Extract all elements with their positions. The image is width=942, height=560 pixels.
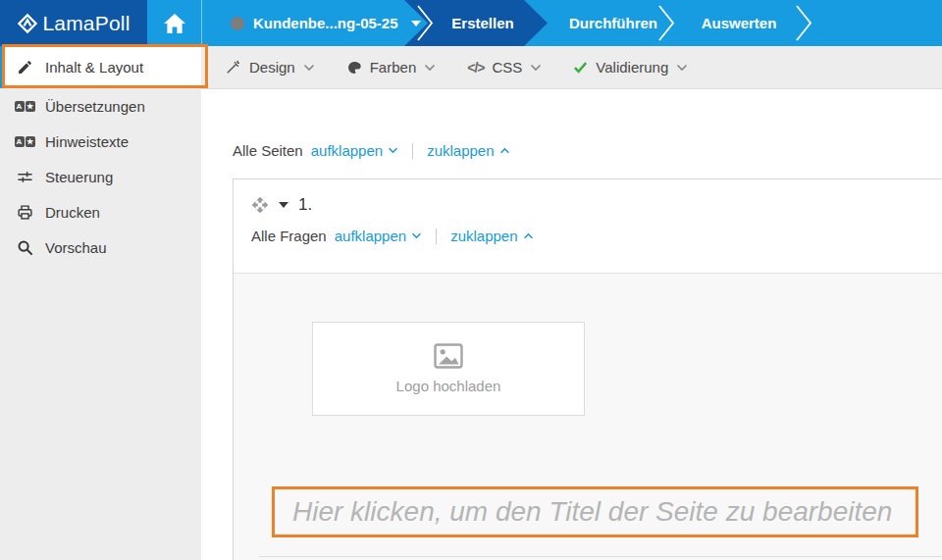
translate-icon: A★ bbox=[15, 136, 34, 147]
sidebar-item-label: Hinweistexte bbox=[45, 133, 129, 150]
tab-erstellen-label: Erstellen bbox=[451, 15, 513, 31]
toolbar-item-design[interactable]: Design bbox=[225, 59, 315, 76]
app-window: LamaPoll Kundenbe...ng-05-25 Erstellen D… bbox=[0, 0, 942, 560]
chevron-down-icon bbox=[424, 64, 436, 72]
lamapoll-logo-icon bbox=[17, 13, 38, 34]
home-button[interactable] bbox=[147, 0, 202, 46]
chevron-down-icon bbox=[388, 147, 398, 154]
survey-selector[interactable]: Kundenbe...ng-05-25 bbox=[203, 0, 409, 46]
top-navigation-bar: LamaPoll Kundenbe...ng-05-25 Erstellen D… bbox=[0, 0, 942, 46]
pages-collapse-link[interactable]: zuklappen bbox=[427, 142, 509, 159]
home-icon bbox=[163, 13, 186, 34]
chevron-down-icon bbox=[411, 232, 422, 239]
lamapoll-logo[interactable]: LamaPoll bbox=[0, 0, 147, 46]
chevron-down-icon bbox=[411, 21, 421, 26]
all-questions-label: Alle Fragen bbox=[251, 228, 327, 244]
logo-upload-label: Logo hochladen bbox=[396, 378, 501, 394]
sliders-icon bbox=[15, 169, 34, 185]
pencil-icon bbox=[15, 59, 34, 76]
chevron-up-icon bbox=[523, 232, 534, 239]
sidebar-item-vorschau[interactable]: Vorschau bbox=[0, 229, 201, 265]
move-handle-icon[interactable] bbox=[251, 196, 269, 214]
sidebar-item-hinweistexte[interactable]: A★ Hinweistexte bbox=[0, 124, 201, 159]
sidebar-item-drucken[interactable]: Drucken bbox=[0, 194, 201, 229]
page-panel: 1. Alle Fragen aufklappen zuklappen bbox=[233, 178, 942, 560]
magnifier-icon bbox=[15, 239, 34, 256]
palette-icon bbox=[346, 60, 362, 76]
sidebar-item-label: Vorschau bbox=[45, 239, 107, 256]
pages-expand-link[interactable]: aufklappen bbox=[311, 142, 398, 159]
toolbar-item-label: Farben bbox=[370, 59, 417, 76]
code-icon: </> bbox=[467, 60, 484, 76]
page-title-placeholder[interactable]: Hier klicken, um den Titel der Seite zu … bbox=[292, 496, 892, 528]
sidebar-item-steuerung[interactable]: Steuerung bbox=[0, 159, 201, 194]
page-menu-caret-icon[interactable] bbox=[279, 202, 288, 208]
wand-icon bbox=[225, 59, 241, 76]
printer-icon bbox=[15, 204, 34, 221]
image-icon bbox=[434, 343, 463, 369]
chevron-up-icon bbox=[499, 147, 510, 154]
editor-toolbar: Design Farben </> CSS Validierung bbox=[201, 46, 942, 89]
chevron-down-icon bbox=[303, 64, 315, 72]
all-pages-label: Alle Seiten bbox=[233, 142, 303, 159]
chevron-down-icon bbox=[676, 64, 688, 72]
page-number: 1. bbox=[298, 195, 312, 215]
divider bbox=[412, 143, 413, 159]
page-preview-area: Logo hochladen Hier klicken, um den Tite… bbox=[234, 273, 942, 560]
sidebar-item-label: Steuerung bbox=[45, 169, 113, 185]
logo-upload-button[interactable]: Logo hochladen bbox=[312, 322, 585, 416]
sidebar-item-label: Inhalt & Layout bbox=[45, 59, 143, 76]
tab-auswerten[interactable]: Auswerten bbox=[680, 0, 798, 46]
survey-name: Kundenbe...ng-05-25 bbox=[253, 15, 398, 31]
highlight-box-page-title: Hier klicken, um den Titel der Seite zu … bbox=[272, 486, 918, 537]
sidebar-item-inhalt-layout[interactable]: Inhalt & Layout bbox=[0, 46, 201, 88]
sidebar-item-uebersetzungen[interactable]: A★ Übersetzungen bbox=[0, 88, 201, 124]
check-icon bbox=[573, 61, 588, 74]
chevron-separator-icon bbox=[795, 5, 814, 41]
page-panel-header: 1. Alle Fragen aufklappen zuklappen bbox=[234, 179, 942, 244]
divider bbox=[259, 556, 942, 557]
toolbar-item-label: CSS bbox=[492, 59, 522, 76]
sidebar-item-label: Übersetzungen bbox=[45, 98, 145, 115]
survey-status-dot bbox=[231, 17, 244, 30]
chevron-down-icon bbox=[530, 64, 542, 72]
toolbar-item-label: Design bbox=[249, 59, 295, 76]
brand-name: LamaPoll bbox=[42, 12, 130, 35]
questions-collapse-link[interactable]: zuklappen bbox=[450, 228, 533, 244]
toolbar-item-farben[interactable]: Farben bbox=[346, 59, 437, 76]
all-pages-controls: Alle Seiten aufklappen zuklappen bbox=[233, 142, 510, 159]
toolbar-item-label: Validierung bbox=[596, 59, 668, 76]
divider bbox=[436, 229, 437, 244]
all-questions-controls: Alle Fragen aufklappen zuklappen bbox=[251, 228, 925, 244]
translate-icon: A★ bbox=[15, 101, 34, 112]
tab-durchfuehren[interactable]: Durchführen bbox=[550, 0, 677, 46]
sidebar-item-label: Drucken bbox=[45, 204, 100, 221]
questions-expand-link[interactable]: aufklappen bbox=[335, 228, 422, 244]
toolbar-item-validierung[interactable]: Validierung bbox=[573, 59, 688, 76]
sidebar: Inhalt & Layout A★ Übersetzungen A★ Hinw… bbox=[0, 46, 201, 560]
tab-erstellen[interactable]: Erstellen bbox=[404, 0, 548, 46]
toolbar-item-css[interactable]: </> CSS bbox=[467, 59, 542, 76]
editor-canvas: Alle Seiten aufklappen zuklappen 1. bbox=[201, 89, 942, 560]
